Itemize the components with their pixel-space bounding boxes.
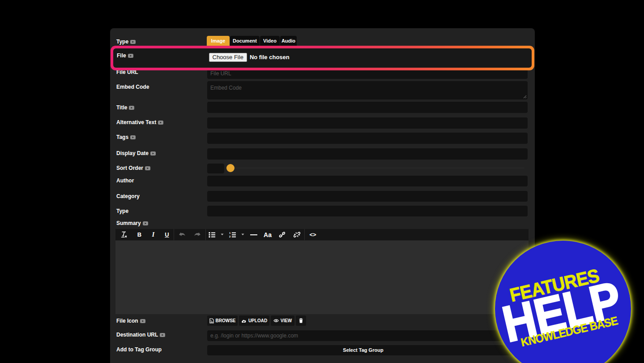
svg-text:2: 2 [229, 235, 231, 238]
svg-text:1: 1 [229, 232, 231, 234]
